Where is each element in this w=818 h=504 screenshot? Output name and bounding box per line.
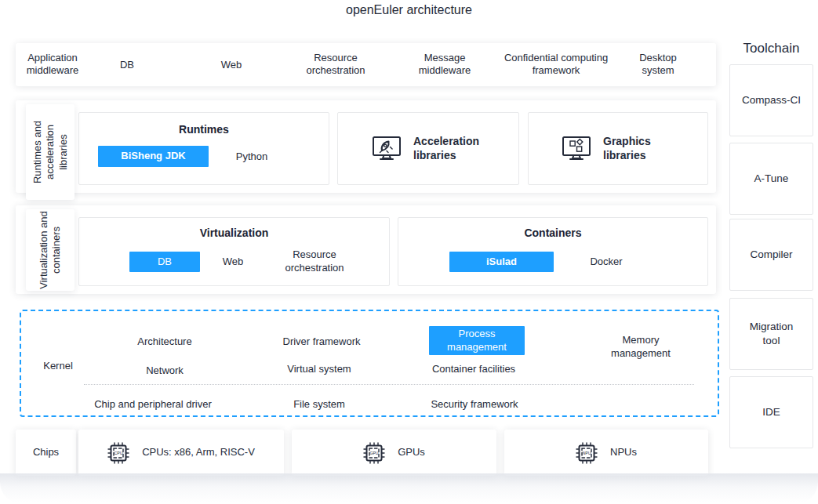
- runtimes-row: Runtimes and acceleration libraries Runt…: [16, 100, 716, 193]
- npu-chip-icon: NPU: [576, 442, 598, 464]
- acceleration-libraries-label: Acceleration libraries: [413, 135, 485, 162]
- toolchain-item-compiler: Compiler: [729, 219, 813, 291]
- middleware-item: Web: [208, 58, 255, 71]
- graphics-libraries-label: Graphics libraries: [603, 135, 675, 162]
- acceleration-monitor-rocket-icon: [371, 135, 402, 162]
- kernel-label: Kernel: [43, 360, 73, 372]
- chips-label-card: Chips: [16, 430, 76, 476]
- middleware-row: Application middleware DB Web Resource o…: [16, 43, 716, 86]
- chips-label: Chips: [33, 446, 59, 459]
- cpus-label: CPUs: x86, Arm, RISC-V: [142, 446, 255, 459]
- toolchain-title: Toolchain: [729, 41, 813, 56]
- cpu-chip-icon: CPU: [107, 442, 129, 464]
- containers-box-title: Containers: [398, 227, 707, 239]
- python-label: Python: [205, 146, 299, 167]
- gpu-chip-icon: GPU: [363, 442, 385, 464]
- runtimes-box: Runtimes BiSheng JDK Python: [78, 112, 329, 185]
- middleware-item: Confidential computing framework: [489, 52, 623, 78]
- middleware-item: Resource orchestration: [293, 52, 379, 78]
- toolchain-item-migration-tool: Migration tool: [729, 298, 813, 370]
- svg-text:CPU: CPU: [115, 451, 123, 455]
- middleware-item: Message middleware: [405, 52, 484, 78]
- npus-label: NPUs: [610, 446, 637, 459]
- panel-shadow: [0, 473, 818, 504]
- virtualization-row: Virtualization and containers Virtualiza…: [16, 205, 716, 294]
- containers-box: Containers iSulad Docker: [398, 217, 708, 286]
- page-title: openEuler architecture: [0, 3, 818, 17]
- toolchain-item-compass-ci: Compass-CI: [729, 64, 813, 136]
- virtualization-side-label: Virtualization and containers: [38, 206, 64, 294]
- kernel-item-memory-management: Memory management: [603, 334, 678, 361]
- virtualization-db-button[interactable]: DB: [129, 252, 200, 272]
- process-management-button[interactable]: Process management: [429, 326, 525, 355]
- npus-card: NPU NPUs: [504, 430, 708, 476]
- acceleration-libraries-box: Acceleration libraries: [337, 112, 519, 185]
- gpus-label: GPUs: [398, 446, 425, 459]
- kernel-divider: [84, 384, 694, 385]
- kernel-item-container-facilities: Container facilities: [432, 363, 515, 375]
- kernel-item-security-framework: Security framework: [431, 398, 518, 410]
- bisheng-jdk-button[interactable]: BiSheng JDK: [98, 146, 209, 167]
- graphics-monitor-shapes-icon: [561, 135, 592, 162]
- kernel-item-file-system: File system: [293, 398, 345, 410]
- kernel-item-virtual-system: Virtual system: [287, 363, 351, 375]
- svg-text:NPU: NPU: [583, 451, 591, 455]
- gpus-card: GPU GPUs: [292, 430, 496, 476]
- virtualization-box-title: Virtualization: [79, 227, 389, 239]
- virtualization-resource-orchestration-label: Resource orchestration: [271, 248, 358, 275]
- kernel-item-network: Network: [146, 364, 184, 376]
- middleware-item: Application middleware: [13, 52, 92, 78]
- isulad-button[interactable]: iSulad: [449, 252, 554, 272]
- kernel-section: Kernel Architecture Driver framework Pro…: [20, 310, 719, 417]
- cpus-card: CPU CPUs: x86, Arm, RISC-V: [78, 430, 284, 476]
- runtimes-side-label: Runtimes and acceleration libraries: [31, 108, 70, 196]
- runtimes-side-label-card: Runtimes and acceleration libraries: [26, 104, 75, 200]
- docker-label: Docker: [583, 252, 630, 272]
- virtualization-web-label: Web: [209, 252, 256, 272]
- virtualization-box: Virtualization DB Web Resource orchestra…: [78, 217, 390, 286]
- toolchain-item-ide: IDE: [729, 376, 813, 448]
- graphics-libraries-box: Graphics libraries: [528, 112, 708, 185]
- svg-text:GPU: GPU: [370, 451, 379, 455]
- toolchain-item-a-tune: A-Tune: [729, 143, 813, 215]
- runtimes-box-title: Runtimes: [79, 123, 329, 136]
- kernel-item-architecture: Architecture: [137, 335, 191, 347]
- middleware-item: DB: [104, 58, 151, 71]
- virtualization-side-label-card: Virtualization and containers: [26, 209, 75, 291]
- kernel-item-chip-peripheral-driver: Chip and peripheral driver: [94, 398, 212, 410]
- middleware-item: Desktop system: [627, 52, 689, 78]
- kernel-item-driver-framework: Driver framework: [283, 335, 361, 347]
